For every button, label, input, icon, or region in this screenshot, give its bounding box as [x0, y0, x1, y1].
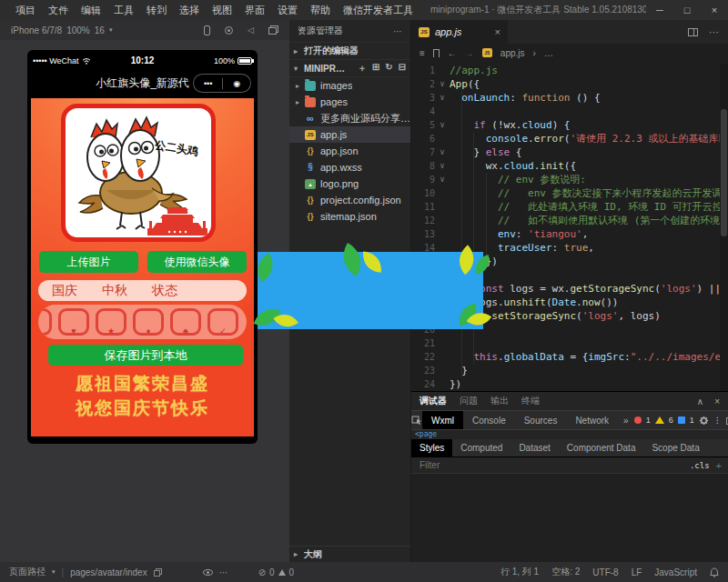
sticker-frame-partial[interactable] [38, 308, 52, 336]
inspect-element-icon[interactable] [411, 411, 422, 429]
code-line-8[interactable]: 8∨ wx.cloud.init({ [411, 159, 728, 173]
code-line-10[interactable]: 10 // env 参数决定接下来小程序发起的云开发调用 (wx.cloud.x… [411, 186, 728, 200]
encoding-setting[interactable]: UTF-8 [592, 567, 618, 577]
devtools-tab-Wxml[interactable]: Wxml [422, 411, 463, 429]
code-line-13[interactable]: 13 env: 'tiangou', [411, 227, 728, 241]
phone-tab-国庆[interactable]: 国庆 [52, 283, 77, 299]
info-badge-icon[interactable] [678, 416, 685, 424]
editor-scrollbar[interactable] [720, 64, 728, 391]
menu-item-帮助[interactable]: 帮助 [304, 4, 337, 17]
styles-tab-Scope Data[interactable]: Scope Data [643, 439, 707, 457]
problems-summary[interactable]: ⊘ 0 0 [258, 567, 295, 577]
upload-image-button[interactable]: 上传图片 [39, 251, 138, 273]
project-section[interactable]: ▾ MINIPROGRAM-1 ＋ ⊞ ↻ ⊟ [289, 59, 410, 77]
menu-item-设置[interactable]: 设置 [271, 4, 304, 17]
code-line-22[interactable]: 22 this.globalData = {imgSrc:"../../imag… [411, 350, 728, 364]
hamburger-icon[interactable]: ≡ [420, 48, 425, 58]
code-line-11[interactable]: 11 // 此处请填入环境 ID, 环境 ID 可打开云控制台查看 [411, 200, 728, 214]
back-arrow-icon[interactable]: ← [448, 48, 457, 58]
code-line-2[interactable]: 2∨App({ [411, 77, 728, 91]
phone-tab-中秋[interactable]: 中秋 [102, 283, 127, 299]
file-images[interactable]: ▸images [289, 77, 410, 94]
editor-more-icon[interactable]: ⋯ [709, 26, 719, 38]
fold-arrow-icon[interactable]: ∨ [435, 173, 450, 186]
file-更多商业源码分享.url[interactable]: ∞更多商业源码分享.url [289, 110, 410, 126]
menu-item-项目[interactable]: 项目 [9, 4, 42, 17]
minimize-button[interactable]: ─ [646, 0, 673, 20]
sticker-frame-5[interactable]: ✓ [207, 308, 238, 336]
file-project.config.json[interactable]: {}project.config.json [289, 192, 410, 208]
styles-tab-Computed[interactable]: Computed [452, 439, 511, 457]
cls-toggle[interactable]: .cls [690, 461, 710, 470]
forward-arrow-icon[interactable]: → [465, 48, 474, 58]
file-app.json[interactable]: {}app.json [289, 143, 410, 159]
error-badge-icon[interactable] [634, 416, 642, 424]
menu-item-文件[interactable]: 文件 [42, 4, 75, 17]
record-icon[interactable] [225, 26, 233, 35]
phone-tab-状态[interactable]: 状态 [152, 283, 177, 299]
sticker-frame-2[interactable]: ★ [96, 308, 126, 336]
new-file-icon[interactable]: ＋ [358, 62, 367, 75]
debugger-tab-终端[interactable]: 终端 [521, 395, 540, 407]
menu-item-转到[interactable]: 转到 [140, 4, 173, 17]
bookmark-icon[interactable] [433, 49, 440, 57]
cursor-position[interactable]: 行 1, 列 1 [500, 566, 539, 578]
fold-arrow-icon[interactable]: ∨ [435, 77, 450, 91]
sticker-frame-4[interactable]: ♣ [170, 308, 201, 336]
sticker-frame-1[interactable]: ♥ [58, 308, 89, 336]
close-tab-icon[interactable]: × [495, 26, 500, 37]
avatar-preview-card[interactable]: 公二头鸡 [61, 104, 216, 242]
copy-icon[interactable] [154, 568, 162, 577]
code-line-23[interactable]: 23 } [411, 364, 728, 377]
code-line-7[interactable]: 7∨ } else { [411, 146, 728, 159]
use-wechat-avatar-button[interactable]: 使用微信头像 [147, 251, 247, 273]
multi-window-icon[interactable] [268, 25, 278, 35]
debugger-tab-问题[interactable]: 问题 [460, 395, 478, 407]
sticker-frame-3[interactable]: ♦ [133, 308, 164, 336]
more-tabs-icon[interactable]: » [618, 416, 634, 426]
wxml-tree-partial[interactable]: <page [411, 430, 728, 439]
bell-icon[interactable] [710, 567, 719, 577]
menu-item-界面[interactable]: 界面 [238, 4, 271, 17]
language-mode[interactable]: JavaScript [654, 567, 697, 577]
code-line-1[interactable]: 1//app.js [411, 64, 728, 77]
capsule-menu[interactable]: ••• ◉ [193, 74, 251, 93]
gear-icon[interactable] [699, 416, 709, 426]
code-line-12[interactable]: 12 // 如不填则使用默认环境 (第一个创建的环境) [411, 214, 728, 227]
styles-tab-Dataset[interactable]: Dataset [511, 439, 558, 457]
breadcrumb-file[interactable]: app.js [500, 48, 525, 58]
devtools-tab-Network[interactable]: Network [566, 411, 618, 429]
menu-item-工具[interactable]: 工具 [107, 4, 140, 17]
fold-arrow-icon[interactable]: ∨ [435, 118, 450, 132]
filter-input[interactable] [418, 459, 690, 471]
fold-arrow-icon[interactable]: ∨ [435, 91, 450, 105]
device-selector[interactable]: iPhone 6/7/8 100% 16 ▾ [11, 25, 112, 35]
kebab-menu-icon[interactable]: ⋮ [713, 416, 722, 425]
eye-icon[interactable] [203, 569, 213, 576]
file-sitemap.json[interactable]: {}sitemap.json [289, 208, 410, 225]
collapse-all-icon[interactable]: ⊟ [399, 62, 406, 75]
new-folder-icon[interactable]: ⊞ [372, 62, 379, 75]
maximize-button[interactable]: □ [673, 0, 701, 20]
add-style-icon[interactable]: + [716, 460, 722, 471]
code-line-24[interactable]: 24}) [411, 377, 728, 391]
code-line-6[interactable]: 6 console.error('请使用 2.2.3 或以上的基础库以使用云能力… [411, 132, 728, 146]
code-lines[interactable]: 1//app.js2∨App({3∨ onLaunch: function ()… [411, 64, 728, 391]
statusbar-more-icon[interactable]: ⋯ [219, 567, 228, 577]
code-line-5[interactable]: 5∨ if (!wx.cloud) { [411, 118, 728, 132]
more-dots-icon[interactable]: ••• [204, 79, 212, 88]
breadcrumb-more[interactable]: … [544, 48, 553, 58]
menu-item-视图[interactable]: 视图 [206, 4, 238, 17]
warning-badge-icon[interactable] [655, 416, 664, 424]
mute-icon[interactable]: ◁ [248, 25, 254, 35]
split-editor-icon[interactable] [688, 28, 698, 36]
fold-arrow-icon[interactable]: ∨ [435, 146, 450, 159]
save-image-button[interactable]: 保存图片到本地 [48, 345, 243, 366]
menu-item-选择[interactable]: 选择 [173, 4, 206, 17]
editor-tab-appjs[interactable]: JS app.js × [411, 20, 508, 44]
devtools-tab-Console[interactable]: Console [463, 411, 515, 429]
code-line-4[interactable]: 4 [411, 105, 728, 118]
debugger-tab-调试器[interactable]: 调试器 [420, 395, 447, 407]
refresh-icon[interactable]: ↻ [385, 62, 392, 75]
menu-item-微信开发者工具[interactable]: 微信开发者工具 [337, 4, 420, 17]
